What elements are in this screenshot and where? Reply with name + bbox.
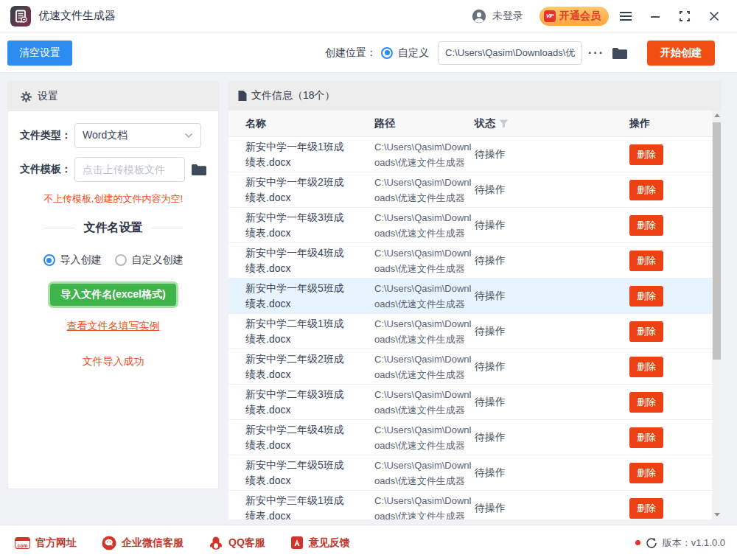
table-row[interactable]: 新安中学二年级2班成绩表.docxC:\Users\Qasim\Download… [228, 349, 722, 385]
custom-create-radio[interactable]: 自定义创建 [115, 253, 184, 267]
create-location-label: 创建位置： [325, 46, 377, 60]
table-row[interactable]: 新安中学三年级1班成绩表.docxC:\Users\Qasim\Download… [228, 491, 722, 519]
table-row[interactable]: 新安中学一年级5班成绩表.docxC:\Users\Qasim\Download… [228, 279, 722, 314]
radio-selected-icon [43, 254, 55, 266]
delete-button[interactable]: 删除 [629, 392, 663, 413]
hamburger-icon [619, 11, 632, 21]
delete-button[interactable]: 删除 [629, 498, 663, 519]
minimize-icon [650, 11, 660, 21]
template-folder-button[interactable] [191, 163, 207, 176]
vertical-scrollbar[interactable] [712, 111, 722, 519]
table-row[interactable]: 新安中学一年级4班成绩表.docxC:\Users\Qasim\Download… [228, 243, 722, 279]
table-row[interactable]: 新安中学二年级5班成绩表.docxC:\Users\Qasim\Download… [228, 455, 722, 491]
open-vip-button[interactable]: VIP 开通会员 [539, 7, 609, 26]
custom-location-radio[interactable] [381, 47, 393, 59]
table-row[interactable]: 新安中学一年级3班成绩表.docxC:\Users\Qasim\Download… [228, 208, 722, 243]
close-icon [709, 11, 719, 21]
delete-button[interactable]: 删除 [629, 215, 663, 236]
clear-settings-button[interactable]: 清空设置 [7, 41, 72, 66]
file-action-cell: 删除 [600, 215, 663, 236]
file-name: 新安中学一年级2班成绩表.docx [245, 175, 349, 206]
file-name: 新安中学三年级1班成绩表.docx [245, 493, 349, 520]
minimize-button[interactable] [643, 5, 668, 27]
column-status[interactable]: 状态 [475, 117, 600, 130]
user-avatar-icon[interactable] [472, 9, 486, 24]
table-row[interactable]: 新安中学一年级1班成绩表.docxC:\Users\Qasim\Download… [228, 137, 722, 172]
delete-button[interactable]: 删除 [629, 144, 663, 165]
file-action-cell: 删除 [600, 498, 663, 519]
file-status: 待操作 [475, 182, 600, 197]
file-type-select[interactable]: Word文档 [74, 123, 201, 148]
scroll-up-arrow[interactable] [712, 111, 722, 120]
table-row[interactable]: 新安中学一年级2班成绩表.docxC:\Users\Qasim\Download… [228, 172, 722, 208]
login-status[interactable]: 未登录 [492, 10, 523, 23]
scrollbar-thumb[interactable] [713, 122, 721, 360]
column-name: 名称 [245, 117, 349, 130]
delete-button[interactable]: 删除 [629, 286, 663, 307]
app-window: 优速文件生成器 未登录 VIP 开通会员 [0, 0, 737, 560]
import-filenames-button[interactable]: 导入文件名(excel格式) [48, 281, 178, 308]
radio-unselected-icon [115, 254, 127, 266]
filename-section-title: 文件名设置 [8, 220, 218, 236]
delete-button[interactable]: 删除 [629, 180, 663, 200]
close-button[interactable] [702, 5, 727, 27]
scroll-down-arrow[interactable] [712, 510, 722, 519]
file-name: 新安中学二年级2班成绩表.docx [245, 351, 349, 382]
file-table-body: 新安中学一年级1班成绩表.docxC:\Users\Qasim\Download… [228, 137, 722, 519]
qq-support-link[interactable]: QQ客服 [209, 536, 265, 550]
document-icon [237, 90, 248, 102]
file-status: 待操作 [475, 430, 600, 445]
template-label: 文件模板： [20, 163, 74, 176]
delete-button[interactable]: 删除 [629, 463, 663, 483]
template-upload-input[interactable] [74, 157, 185, 182]
file-name: 新安中学一年级5班成绩表.docx [245, 281, 349, 312]
table-row[interactable]: 新安中学二年级3班成绩表.docxC:\Users\Qasim\Download… [228, 385, 722, 420]
official-website-link[interactable]: .com 官方网址 [15, 536, 77, 550]
maximize-button[interactable] [672, 5, 697, 27]
file-action-cell: 删除 [600, 144, 663, 165]
footer: .com 官方网址 企业微信客服 QQ客服 [0, 525, 737, 560]
file-name: 新安中学一年级4班成绩表.docx [245, 245, 349, 276]
filter-icon[interactable] [499, 119, 509, 128]
file-action-cell: 删除 [600, 286, 663, 307]
file-name: 新安中学二年级5班成绩表.docx [245, 458, 349, 489]
filename-example-link[interactable]: 查看文件名填写实例 [8, 320, 218, 333]
file-path: C:\Users\Qasim\Downloads\优速文件生成器 [374, 175, 475, 206]
menu-button[interactable] [613, 5, 638, 27]
open-folder-button[interactable] [612, 46, 628, 60]
feedback-link[interactable]: 意见反馈 [290, 536, 350, 550]
settings-panel-title: 设置 [38, 90, 58, 103]
refresh-icon[interactable] [646, 537, 657, 549]
toolbar: 清空设置 创建位置： 自定义 ··· 开始创建 [0, 33, 737, 73]
table-row[interactable]: 新安中学二年级1班成绩表.docxC:\Users\Qasim\Download… [228, 314, 722, 349]
settings-panel-header: 设置 [8, 82, 218, 111]
file-action-cell: 删除 [600, 392, 663, 413]
status-dot [635, 540, 640, 545]
file-action-cell: 删除 [600, 180, 663, 200]
table-header: 名称 路径 状态 操作 [228, 111, 722, 137]
version-label: 版本：v1.1.0.0 [663, 536, 725, 550]
feedback-icon [290, 536, 304, 550]
file-name: 新安中学二年级3班成绩表.docx [245, 387, 349, 418]
file-status: 待操作 [475, 500, 600, 516]
file-action-cell: 删除 [600, 463, 663, 483]
gear-icon [20, 91, 32, 103]
wechat-support-link[interactable]: 企业微信客服 [102, 536, 184, 550]
website-icon: .com [15, 537, 30, 549]
file-info-title: 文件信息（18个） [251, 89, 335, 102]
browse-more-button[interactable]: ··· [588, 46, 604, 60]
delete-button[interactable]: 删除 [629, 427, 663, 448]
column-path: 路径 [374, 117, 475, 130]
import-create-radio[interactable]: 导入创建 [43, 253, 102, 267]
delete-button[interactable]: 删除 [629, 357, 663, 377]
delete-button[interactable]: 删除 [629, 321, 663, 342]
delete-button[interactable]: 删除 [629, 251, 663, 271]
file-path: C:\Users\Qasim\Downloads\优速文件生成器 [374, 387, 475, 418]
create-path-input[interactable] [438, 41, 582, 65]
file-status: 待操作 [475, 147, 600, 162]
table-row[interactable]: 新安中学二年级4班成绩表.docxC:\Users\Qasim\Download… [228, 420, 722, 455]
wechat-icon [102, 536, 116, 550]
file-name: 新安中学一年级1班成绩表.docx [245, 139, 349, 170]
start-create-button[interactable]: 开始创建 [647, 41, 715, 66]
file-path: C:\Users\Qasim\Downloads\优速文件生成器 [374, 316, 475, 347]
